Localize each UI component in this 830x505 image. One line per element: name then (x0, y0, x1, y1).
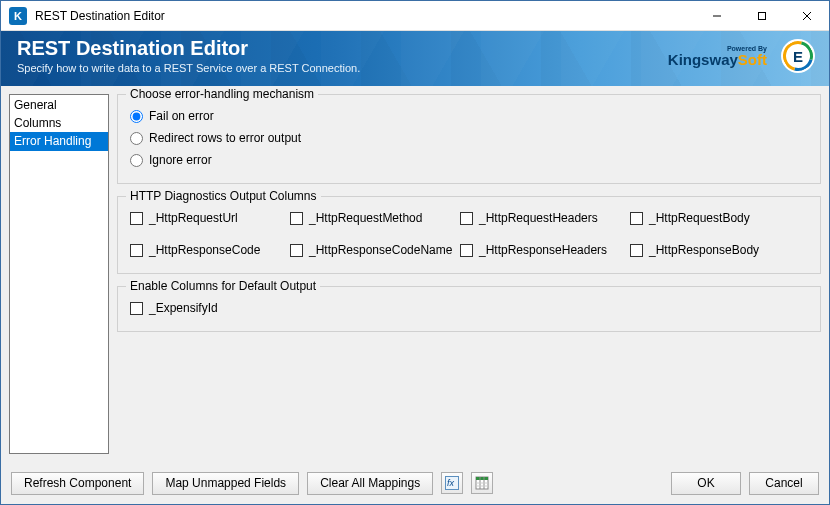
check-http-request-method-label: _HttpRequestMethod (309, 211, 422, 225)
minimize-icon (712, 11, 722, 21)
check-http-response-code-name-label: _HttpResponseCodeName (309, 243, 452, 257)
check-http-response-code-name[interactable]: _HttpResponseCodeName (290, 239, 460, 261)
check-expensify-id-input[interactable] (130, 302, 143, 315)
radio-fail-on-error-label: Fail on error (149, 109, 214, 123)
check-http-response-body-label: _HttpResponseBody (649, 243, 759, 257)
clear-all-mappings-button[interactable]: Clear All Mappings (307, 472, 433, 495)
radio-ignore-error-label: Ignore error (149, 153, 212, 167)
radio-fail-on-error[interactable]: Fail on error (130, 105, 808, 127)
http-diagnostics-legend: HTTP Diagnostics Output Columns (126, 189, 321, 203)
close-button[interactable] (784, 1, 829, 30)
check-http-request-headers-label: _HttpRequestHeaders (479, 211, 598, 225)
content-panel: Choose error-handling mechanism Fail on … (117, 94, 821, 454)
check-http-response-code[interactable]: _HttpResponseCode (130, 239, 290, 261)
cancel-button[interactable]: Cancel (749, 472, 819, 495)
radio-redirect-rows[interactable]: Redirect rows to error output (130, 127, 808, 149)
check-http-request-headers[interactable]: _HttpRequestHeaders (460, 207, 630, 229)
check-http-response-body[interactable]: _HttpResponseBody (630, 239, 800, 261)
close-icon (802, 11, 812, 21)
check-http-request-body[interactable]: _HttpRequestBody (630, 207, 800, 229)
check-http-request-url-label: _HttpRequestUrl (149, 211, 238, 225)
radio-ignore-error-input[interactable] (130, 154, 143, 167)
check-http-response-headers-label: _HttpResponseHeaders (479, 243, 607, 257)
maximize-button[interactable] (739, 1, 784, 30)
check-http-response-code-label: _HttpResponseCode (149, 243, 260, 257)
check-http-request-url[interactable]: _HttpRequestUrl (130, 207, 290, 229)
svg-rect-1 (758, 12, 765, 19)
banner: REST Destination Editor Specify how to w… (1, 31, 829, 86)
logo-text-soft: Soft (738, 51, 767, 68)
check-http-request-url-input[interactable] (130, 212, 143, 225)
titlebar: K REST Destination Editor (1, 1, 829, 31)
minimize-button[interactable] (694, 1, 739, 30)
ok-button[interactable]: OK (671, 472, 741, 495)
check-http-request-body-input[interactable] (630, 212, 643, 225)
check-http-request-body-label: _HttpRequestBody (649, 211, 750, 225)
sidebar-item-error-handling[interactable]: Error Handling (10, 132, 108, 150)
logo-text-kingsway: Kingsway (668, 51, 738, 68)
sidebar-item-columns[interactable]: Columns (10, 114, 108, 132)
check-expensify-id-label: _ExpensifyId (149, 301, 218, 315)
default-output-legend: Enable Columns for Default Output (126, 279, 320, 293)
error-handling-group: Choose error-handling mechanism Fail on … (117, 94, 821, 184)
window-controls (694, 1, 829, 30)
sidebar: General Columns Error Handling (9, 94, 109, 454)
check-expensify-id[interactable]: _ExpensifyId (130, 297, 808, 319)
product-logo-icon: E (781, 39, 815, 73)
check-http-response-code-input[interactable] (130, 244, 143, 257)
refresh-component-button[interactable]: Refresh Component (11, 472, 144, 495)
default-output-group: Enable Columns for Default Output _Expen… (117, 286, 821, 332)
fx-icon: fx (445, 476, 459, 490)
check-http-response-headers-input[interactable] (460, 244, 473, 257)
kingswaysoft-logo: Powered By KingswaySoft (668, 45, 767, 67)
radio-redirect-rows-input[interactable] (130, 132, 143, 145)
radio-ignore-error[interactable]: Ignore error (130, 149, 808, 171)
svg-rect-7 (476, 477, 488, 480)
svg-text:fx: fx (447, 478, 455, 488)
error-handling-legend: Choose error-handling mechanism (126, 87, 318, 101)
check-http-request-headers-input[interactable] (460, 212, 473, 225)
logo-e-letter: E (793, 48, 803, 65)
check-http-response-headers[interactable]: _HttpResponseHeaders (460, 239, 630, 261)
maximize-icon (757, 11, 767, 21)
main-area: General Columns Error Handling Choose er… (1, 86, 829, 462)
check-http-request-method[interactable]: _HttpRequestMethod (290, 207, 460, 229)
radio-fail-on-error-input[interactable] (130, 110, 143, 123)
window-title: REST Destination Editor (35, 9, 165, 23)
check-http-response-body-input[interactable] (630, 244, 643, 257)
check-http-request-method-input[interactable] (290, 212, 303, 225)
radio-redirect-rows-label: Redirect rows to error output (149, 131, 301, 145)
expression-icon-button[interactable]: fx (441, 472, 463, 494)
columns-icon (475, 476, 489, 490)
columns-icon-button[interactable] (471, 472, 493, 494)
footer: Refresh Component Map Unmapped Fields Cl… (1, 462, 829, 504)
sidebar-item-general[interactable]: General (10, 96, 108, 114)
check-http-response-code-name-input[interactable] (290, 244, 303, 257)
app-icon: K (9, 7, 27, 25)
http-diagnostics-group: HTTP Diagnostics Output Columns _HttpReq… (117, 196, 821, 274)
map-unmapped-fields-button[interactable]: Map Unmapped Fields (152, 472, 299, 495)
